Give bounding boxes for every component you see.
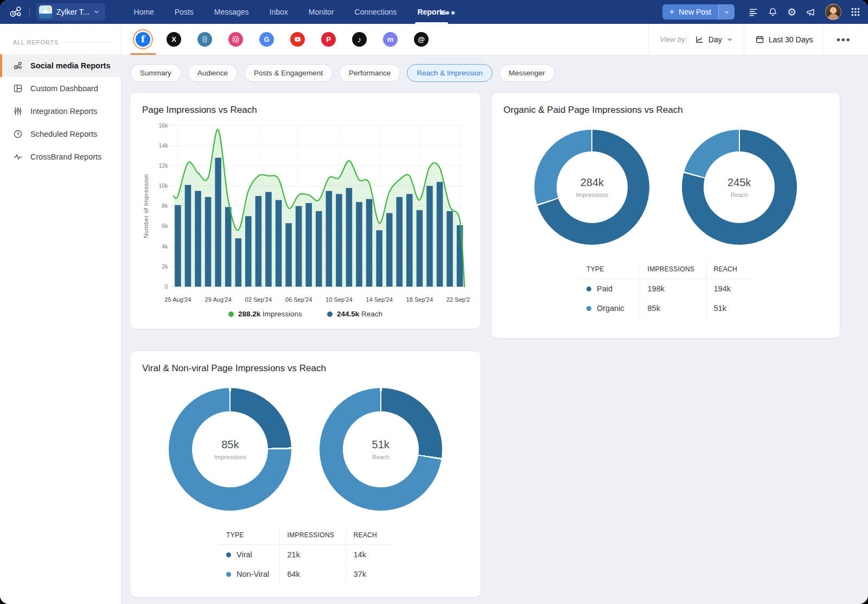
plus-icon: + xyxy=(669,9,674,15)
google-business-channel-button[interactable]: G xyxy=(258,24,275,55)
new-post-caret-button[interactable] xyxy=(718,4,735,20)
svg-text:25 Aug'24: 25 Aug'24 xyxy=(164,296,191,303)
app-window: Zylker T... HomePostsMessagesInboxMonito… xyxy=(0,0,868,604)
date-range-picker[interactable]: Last 30 Days xyxy=(744,24,824,55)
sidebar-item-crossbrand-reports[interactable]: CrossBrand Reports xyxy=(0,145,121,168)
tiktok-channel-button[interactable]: ♪ xyxy=(351,24,368,55)
tab-messenger[interactable]: Messenger xyxy=(499,64,555,82)
view-controls: View by: Day xyxy=(648,24,863,55)
type-label: Organic xyxy=(597,304,624,313)
card-viral-nonviral: Viral & Non-viral Page Impressions vs Re… xyxy=(130,351,481,597)
donut-impressions: 284k Impressions xyxy=(534,130,649,245)
type-label: Non-Viral xyxy=(237,570,269,578)
svg-text:14k: 14k xyxy=(158,142,168,149)
threads-icon: @ xyxy=(414,32,429,47)
impressions-legend-dot xyxy=(228,311,234,317)
avatar xyxy=(825,4,841,20)
tab-performance[interactable]: Performance xyxy=(339,64,400,82)
tab-audience[interactable]: Audience xyxy=(188,64,238,82)
clock-icon xyxy=(13,129,23,139)
youtube-channel-button[interactable] xyxy=(289,24,306,55)
svg-text:Number of Impression: Number of Impression xyxy=(143,174,149,238)
svg-text:10k: 10k xyxy=(158,182,168,189)
sidebar-section-header: ALL REPORTS xyxy=(0,35,121,54)
gear-icon: ⚙ xyxy=(787,7,796,17)
nav-item-connections[interactable]: Connections xyxy=(355,0,397,24)
nav-item-monitor[interactable]: Monitor xyxy=(309,0,334,24)
user-avatar[interactable] xyxy=(825,4,841,20)
channel-bar-overflow-button[interactable]: ●●● xyxy=(824,24,863,55)
svg-text:8k: 8k xyxy=(162,202,168,209)
zoho-social-logo-icon xyxy=(9,5,23,19)
table-header-row: TYPEIMPRESSIONSREACH xyxy=(219,526,392,545)
pinterest-channel-button[interactable]: P xyxy=(320,24,337,55)
nav-item-messages[interactable]: Messages xyxy=(214,0,249,24)
list-icon xyxy=(748,7,758,17)
column-header-impressions: IMPRESSIONS xyxy=(279,526,346,545)
tab-reach-impression[interactable]: Reach & Impression xyxy=(407,64,493,82)
card-page-impressions-vs-reach: Page Impressions vs Reach 02k4k6k8k10k12… xyxy=(130,93,481,329)
new-post-button[interactable]: + New Post xyxy=(662,4,718,20)
donut-center: 51k Reach xyxy=(343,411,419,487)
svg-text:6k: 6k xyxy=(162,222,168,229)
threads-channel-button[interactable]: @ xyxy=(413,24,430,55)
app-grid-button[interactable] xyxy=(851,7,860,17)
sidebar-item-integration-reports[interactable]: Integration Reports xyxy=(0,100,121,123)
brand-selector[interactable]: Zylker T... xyxy=(36,3,105,21)
impressions-cell: 21k xyxy=(279,545,346,565)
donut-center: 284k Impressions xyxy=(557,151,628,222)
linkedin-page-channel-button[interactable] xyxy=(196,24,213,55)
nav-item-posts[interactable]: Posts xyxy=(175,0,194,24)
pulse-icon xyxy=(13,152,23,162)
column-header-type: TYPE xyxy=(219,526,279,545)
type-cell: Non-Viral xyxy=(219,564,279,584)
nav-item-reports[interactable]: Reports xyxy=(417,0,446,24)
viral-dot xyxy=(226,552,231,557)
svg-text:12k: 12k xyxy=(158,162,168,169)
top-navbar: Zylker T... HomePostsMessagesInboxMonito… xyxy=(0,0,868,24)
view-by-day-dropdown[interactable]: Day xyxy=(692,35,733,44)
google-business-icon: G xyxy=(259,32,274,47)
notifications-button[interactable] xyxy=(768,7,778,17)
tab-posts-engagement[interactable]: Posts & Engagement xyxy=(244,64,333,82)
donut-value: 51k xyxy=(372,438,390,451)
mastodon-icon: m xyxy=(383,32,398,47)
instagram-channel-button[interactable] xyxy=(227,24,244,55)
mastodon-channel-button[interactable]: m xyxy=(382,24,399,55)
donut-label: Reach xyxy=(731,192,748,198)
view-by-label: View by: xyxy=(660,35,687,43)
sidebar-item-custom-dashboard[interactable]: Custom Dashboard xyxy=(0,77,121,100)
sidebar-item-label: Scheduled Reports xyxy=(30,130,97,138)
chart-legend: 288.2k Impressions244.5k Reach xyxy=(141,310,470,318)
nav-item-home[interactable]: Home xyxy=(133,0,154,24)
card-organic-paid: Organic & Paid Page Impressions vs Reach… xyxy=(492,93,840,338)
svg-text:2k: 2k xyxy=(162,263,168,270)
view-by-group: View by: Day xyxy=(649,24,744,55)
card-title: Page Impressions vs Reach xyxy=(142,105,470,116)
bell-icon xyxy=(768,7,778,17)
activity-list-button[interactable] xyxy=(748,7,758,17)
divider xyxy=(29,7,30,17)
linkedin-page-icon xyxy=(197,32,212,47)
reach-cell: 194k xyxy=(706,279,752,299)
sidebar-item-scheduled-reports[interactable]: Scheduled Reports xyxy=(0,123,121,145)
impressions-cell: 64k xyxy=(279,564,346,584)
tab-summary[interactable]: Summary xyxy=(130,64,181,82)
sidebar-item-social-media-reports[interactable]: Social media Reports xyxy=(0,54,121,77)
chevron-down-icon xyxy=(724,9,730,15)
facebook-channel-button[interactable]: f xyxy=(135,24,151,55)
megaphone-icon xyxy=(806,7,816,17)
reach-cell: 14k xyxy=(346,545,392,565)
reports-sidebar: ALL REPORTS Social media ReportsCustom D… xyxy=(0,24,122,604)
announcements-button[interactable] xyxy=(806,7,816,17)
svg-text:06 Sep'24: 06 Sep'24 xyxy=(285,296,312,303)
donut-center: 245k Reach xyxy=(704,151,775,222)
nav-item-inbox[interactable]: Inbox xyxy=(270,0,288,24)
donut-value: 284k xyxy=(580,176,604,189)
x-channel-button[interactable]: X xyxy=(165,24,182,55)
settings-button[interactable]: ⚙ xyxy=(787,7,796,17)
impressions-reach-combo-chart: 02k4k6k8k10k12k14k16k25 Aug'2429 Aug'240… xyxy=(141,118,470,309)
svg-text:16k: 16k xyxy=(158,122,168,129)
sidebar-item-label: CrossBrand Reports xyxy=(30,152,101,161)
line-chart-icon xyxy=(695,35,704,44)
